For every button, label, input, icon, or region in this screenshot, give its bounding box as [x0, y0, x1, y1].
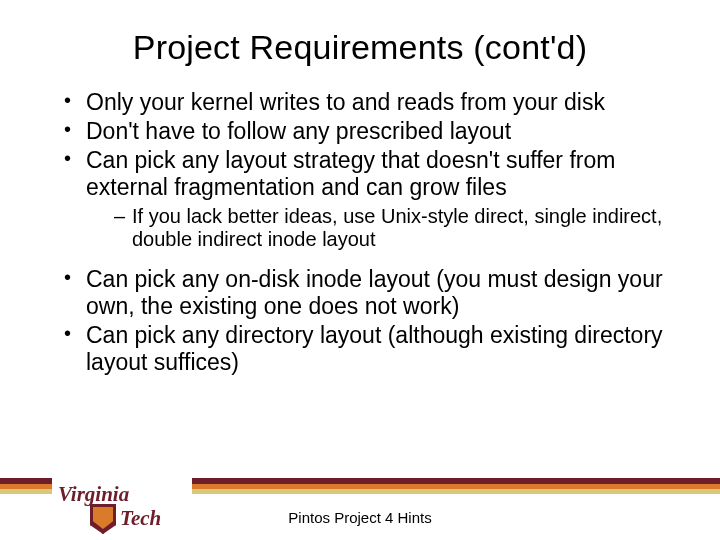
shield-icon [90, 504, 116, 534]
bullet-item: Can pick any directory layout (although … [64, 322, 680, 376]
sub-bullet-item: If you lack better ideas, use Unix-style… [114, 205, 680, 252]
bullet-list: Only your kernel writes to and reads fro… [40, 89, 680, 376]
vt-logo: Virginia Tech [52, 478, 192, 536]
slide-footer: Pintos Project 4 Hints Virginia Tech [0, 478, 720, 540]
slide-title: Project Requirements (cont'd) [40, 28, 680, 67]
bullet-item: Can pick any on-disk inode layout (you m… [64, 266, 680, 320]
bullet-item: Don't have to follow any prescribed layo… [64, 118, 680, 145]
bullet-item: Only your kernel writes to and reads fro… [64, 89, 680, 116]
bullet-text: Can pick any layout strategy that doesn'… [86, 147, 615, 200]
slide: Project Requirements (cont'd) Only your … [0, 0, 720, 540]
logo-word-tech: Tech [120, 506, 161, 531]
sub-bullet-list: If you lack better ideas, use Unix-style… [86, 205, 680, 252]
bullet-item: Can pick any layout strategy that doesn'… [64, 147, 680, 251]
